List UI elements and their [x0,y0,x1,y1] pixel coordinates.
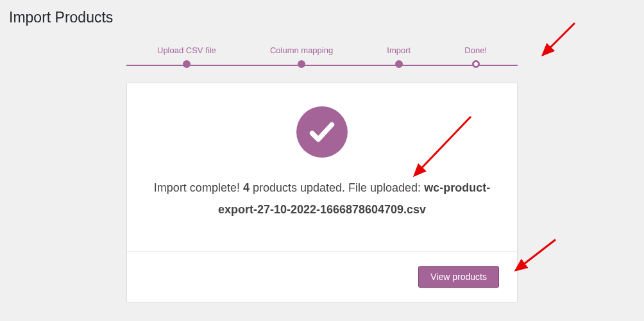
import-wizard: Upload CSV file Column mapping Import Do… [126,45,518,302]
message-mid: products updated. File uploaded: [250,181,424,194]
card-body: Import complete! 4 products updated. Fil… [127,83,517,251]
result-card: Import complete! 4 products updated. Fil… [126,83,518,302]
step-import: Import [387,45,411,68]
updated-count: 4 [243,181,250,194]
step-done: Done! [464,45,487,68]
step-dot [298,60,305,68]
step-label: Import [387,45,411,55]
step-dot [472,60,480,68]
step-label: Done! [464,45,487,55]
page-title: Import Products [0,0,644,26]
checkmark-icon [296,106,348,158]
step-dot [183,60,191,68]
svg-line-0 [543,23,575,55]
step-label: Column mapping [270,45,333,55]
step-upload: Upload CSV file [157,45,216,68]
progress-bar: Upload CSV file Column mapping Import Do… [126,45,518,69]
message-prefix: Import complete! [154,181,243,194]
step-mapping: Column mapping [270,45,333,68]
step-label: Upload CSV file [157,45,216,55]
svg-line-2 [516,240,555,270]
step-dot [395,60,403,68]
view-products-button[interactable]: View products [418,266,499,288]
import-result-message: Import complete! 4 products updated. Fil… [146,177,498,220]
card-footer: View products [127,251,517,302]
